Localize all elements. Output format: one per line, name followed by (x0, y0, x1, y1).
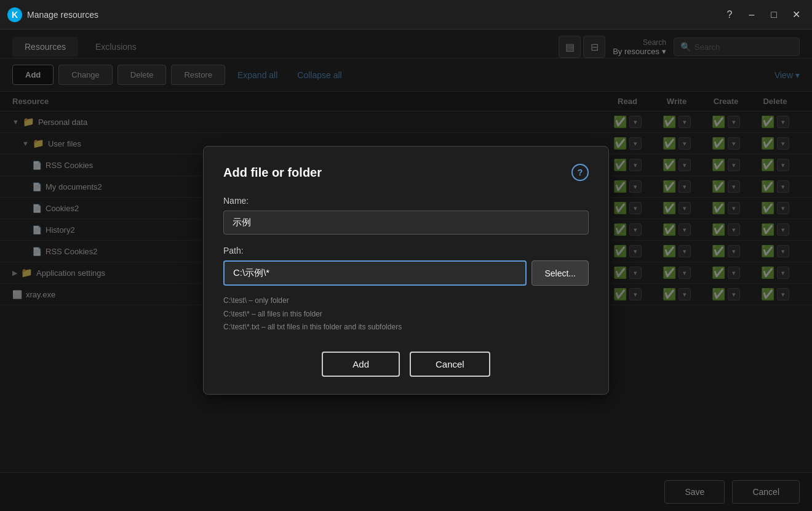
window-title: Manage resources (27, 10, 721, 20)
name-label: Name: (223, 196, 589, 206)
dialog-add-button[interactable]: Add (322, 352, 400, 377)
path-label: Path: (223, 246, 589, 256)
dialog-footer: Add Cancel (223, 352, 589, 377)
help-icon[interactable]: ? (571, 164, 589, 181)
window-controls: ? – □ ✕ (721, 6, 805, 23)
maximize-button[interactable]: □ (765, 6, 782, 23)
add-file-folder-dialog: Add file or folder ? Name: Path: Select.… (203, 146, 609, 395)
hint-line-3: C:\test\*.txt – all txt files in this fo… (223, 321, 589, 334)
title-bar: K Manage resources ? – □ ✕ (0, 0, 812, 30)
dialog-overlay: Add file or folder ? Name: Path: Select.… (0, 30, 812, 511)
minimize-button[interactable]: – (743, 6, 760, 23)
dialog-cancel-button[interactable]: Cancel (410, 352, 490, 377)
hint-line-1: C:\test\ – only folder (223, 294, 589, 308)
help-button[interactable]: ? (721, 6, 738, 23)
name-input[interactable] (223, 211, 589, 235)
hint-text: C:\test\ – only folder C:\test\* – all f… (223, 294, 589, 334)
path-input[interactable] (223, 260, 527, 286)
hint-line-2: C:\test\* – all files in this folder (223, 308, 589, 321)
main-content: Resources Exclusions ▤ ⊟ Search By resou… (0, 30, 812, 511)
app-logo: K (7, 7, 22, 22)
dialog-title: Add file or folder (223, 166, 322, 180)
select-button[interactable]: Select... (531, 260, 589, 286)
close-button[interactable]: ✕ (787, 6, 805, 23)
dialog-header: Add file or folder ? (223, 164, 589, 181)
path-row: Select... (223, 260, 589, 286)
